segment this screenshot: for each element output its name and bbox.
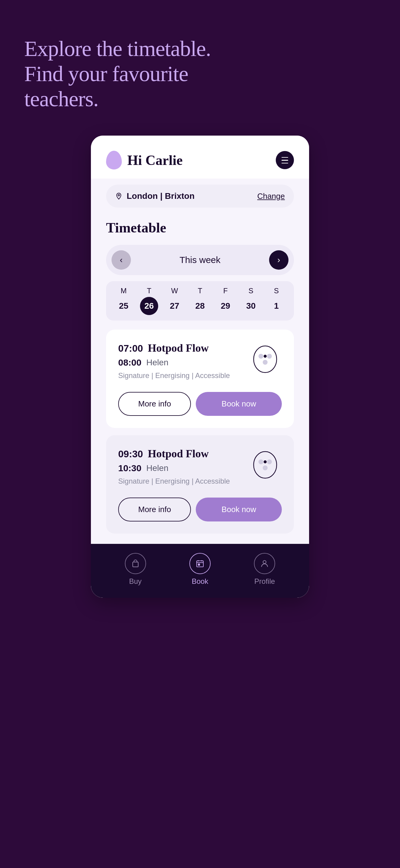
class-card-2: 09:30 Hotpod Flow 10:30 Helen Signature … [106, 435, 294, 534]
avatar-droplet [106, 151, 122, 169]
week-label: This week [179, 255, 220, 265]
pin-icon [115, 192, 122, 200]
nav-label-book: Book [192, 577, 208, 586]
svg-rect-12 [197, 561, 203, 567]
hero-line1: Explore the timetable. [24, 37, 211, 61]
svg-rect-11 [133, 562, 138, 567]
header-left: Hi Carlie [106, 151, 183, 169]
location-left: London | Brixton [115, 191, 195, 201]
class-time-name-1: 07:00 Hotpod Flow [118, 342, 249, 354]
menu-icon-line3 [282, 163, 288, 164]
bag-icon [125, 553, 146, 574]
class-card-inner-2: 09:30 Hotpod Flow 10:30 Helen Signature … [118, 447, 282, 495]
day-item-sat[interactable]: S 30 [242, 287, 260, 315]
class-name-2: Hotpod Flow [148, 447, 209, 460]
class-start-time-1: 07:00 [118, 343, 143, 354]
more-info-button-1[interactable]: More info [118, 392, 191, 416]
nav-item-profile[interactable]: Profile [254, 553, 275, 586]
class-info-2: 09:30 Hotpod Flow 10:30 Helen Signature … [118, 447, 249, 495]
class-tags-2: Signature | Energising | Accessible [118, 477, 249, 486]
svg-point-9 [263, 465, 267, 470]
class-actions-2: More info Book now [118, 498, 282, 522]
class-start-time-2: 09:30 [118, 448, 143, 460]
class-end-time-2: 10:30 [118, 463, 142, 473]
calendar-icon [190, 553, 210, 574]
svg-point-5 [264, 355, 267, 358]
timetable-title: Timetable [106, 220, 294, 236]
book-now-button-1[interactable]: Book now [196, 392, 282, 416]
class-actions-1: More info Book now [118, 392, 282, 416]
svg-point-3 [267, 354, 272, 359]
svg-point-2 [258, 354, 263, 359]
more-info-button-2[interactable]: More info [118, 498, 191, 522]
nav-label-profile: Profile [254, 577, 275, 586]
class-name-1: Hotpod Flow [148, 342, 209, 354]
class-card-1: 07:00 Hotpod Flow 08:00 Helen Signature … [106, 330, 294, 428]
bottom-nav: Buy Book Profile [91, 544, 309, 598]
week-nav: ‹ This week › [106, 245, 294, 275]
greeting-text: Hi Carlie [127, 152, 183, 168]
day-item-mon[interactable]: M 25 [115, 287, 133, 315]
change-location-button[interactable]: Change [257, 192, 285, 201]
svg-point-14 [263, 560, 266, 563]
svg-point-6 [254, 452, 277, 478]
menu-icon-line1 [282, 157, 288, 158]
class-teacher-1: Helen [146, 358, 169, 367]
day-item-fri[interactable]: F 29 [217, 287, 234, 315]
svg-rect-13 [198, 564, 200, 565]
hotpod-logo-2 [249, 447, 282, 480]
next-week-button[interactable]: › [269, 250, 288, 270]
class-end-row-1: 08:00 Helen [118, 358, 249, 368]
class-end-time-1: 08:00 [118, 358, 142, 368]
book-now-button-2[interactable]: Book now [196, 498, 282, 522]
person-icon [254, 553, 275, 574]
class-card-inner-1: 07:00 Hotpod Flow 08:00 Helen Signature … [118, 342, 282, 389]
class-end-row-2: 10:30 Helen [118, 463, 249, 473]
class-time-name-2: 09:30 Hotpod Flow [118, 447, 249, 460]
svg-point-1 [254, 346, 277, 373]
location-bar: London | Brixton Change [106, 185, 294, 208]
app-header: Hi Carlie [91, 135, 309, 179]
timetable-section: Timetable ‹ This week › M 25 T 26 W 27 T… [91, 214, 309, 544]
class-tags-1: Signature | Energising | Accessible [118, 371, 249, 380]
day-item-tue[interactable]: T 26 [140, 287, 158, 315]
day-item-wed[interactable]: W 27 [166, 287, 183, 315]
nav-label-buy: Buy [129, 577, 142, 586]
hero-text: Explore the timetable. Find your favouri… [24, 36, 230, 112]
prev-week-button[interactable]: ‹ [112, 250, 131, 270]
app-card: Hi Carlie London | Brixton Change Timeta… [91, 135, 309, 598]
hotpod-logo-1 [249, 342, 282, 375]
svg-point-10 [264, 460, 267, 463]
nav-item-buy[interactable]: Buy [125, 553, 146, 586]
class-teacher-2: Helen [146, 463, 169, 473]
svg-point-4 [263, 360, 267, 365]
svg-point-0 [118, 195, 120, 196]
hero-line2: Find your favourite teachers. [24, 62, 188, 111]
svg-point-7 [258, 459, 263, 464]
day-item-thu[interactable]: T 28 [191, 287, 209, 315]
menu-button[interactable] [276, 151, 294, 169]
svg-point-8 [267, 459, 272, 464]
nav-item-book[interactable]: Book [190, 553, 210, 586]
menu-icon-line2 [282, 160, 288, 161]
day-item-sun[interactable]: S 1 [267, 287, 285, 315]
location-text: London | Brixton [127, 191, 195, 201]
day-selector: M 25 T 26 W 27 T 28 F 29 S 30 [106, 281, 294, 320]
class-info-1: 07:00 Hotpod Flow 08:00 Helen Signature … [118, 342, 249, 389]
